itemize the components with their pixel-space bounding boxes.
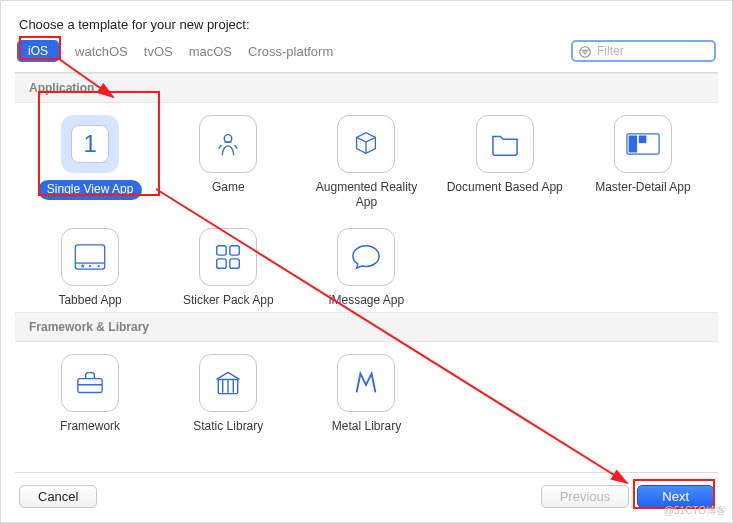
tabbed-icon: ★ (74, 244, 106, 270)
svg-point-9 (98, 265, 100, 267)
template-metal-library[interactable]: Metal Library (297, 354, 435, 434)
filter-input[interactable] (595, 43, 710, 59)
new-project-dialog: Choose a template for your new project: … (1, 1, 732, 522)
template-game[interactable]: Game (159, 115, 297, 210)
template-augmented-reality[interactable]: Augmented Reality App (297, 115, 435, 210)
metal-m-icon (351, 368, 381, 398)
svg-rect-12 (217, 259, 226, 268)
svg-rect-13 (230, 259, 239, 268)
template-label: Game (212, 180, 245, 195)
digit-one-icon: 1 (83, 130, 96, 158)
dialog-footer: Cancel Previous Next (15, 485, 718, 508)
svg-point-8 (89, 265, 91, 267)
application-grid: 1 Single View App Game Augmented Reality… (15, 103, 718, 312)
template-label: Tabbed App (58, 293, 121, 308)
section-application: Application (15, 73, 718, 103)
template-sticker-pack[interactable]: Sticker Pack App (159, 228, 297, 308)
message-bubble-icon (351, 243, 381, 271)
template-label: Metal Library (332, 419, 401, 434)
master-detail-icon (626, 133, 660, 155)
ar-cube-icon (351, 129, 381, 159)
template-label: Sticker Pack App (183, 293, 274, 308)
previous-button[interactable]: Previous (541, 485, 630, 508)
template-label: Static Library (193, 419, 263, 434)
template-scroll: Application 1 Single View App Game Augme… (15, 73, 718, 472)
platform-watchos[interactable]: watchOS (75, 44, 128, 59)
svg-point-1 (225, 135, 233, 143)
template-framework[interactable]: Framework (21, 354, 159, 434)
library-building-icon (213, 369, 243, 397)
platform-toolbar: iOS watchOS tvOS macOS Cross-platform (15, 40, 718, 73)
sticker-grid-icon (213, 242, 243, 272)
template-static-library[interactable]: Static Library (159, 354, 297, 434)
template-master-detail[interactable]: Master-Detail App (574, 115, 712, 210)
svg-rect-14 (78, 379, 102, 393)
platform-ios[interactable]: iOS (18, 41, 58, 61)
section-framework: Framework & Library (15, 312, 718, 342)
template-label: Master-Detail App (595, 180, 690, 195)
template-tabbed-app[interactable]: ★ Tabbed App (21, 228, 159, 308)
platform-cross[interactable]: Cross-platform (248, 44, 333, 59)
template-document-based[interactable]: Document Based App (436, 115, 574, 210)
svg-rect-3 (629, 136, 637, 153)
template-label: Framework (60, 419, 120, 434)
framework-grid: Framework Static Library Metal Library (15, 342, 718, 438)
svg-rect-4 (639, 136, 647, 144)
svg-rect-10 (217, 246, 226, 255)
platform-macos[interactable]: macOS (189, 44, 232, 59)
template-label: Augmented Reality App (306, 180, 426, 210)
dialog-prompt: Choose a template for your new project: (19, 17, 718, 32)
svg-rect-11 (230, 246, 239, 255)
toolbox-icon (75, 370, 105, 396)
game-icon (213, 129, 243, 159)
template-imessage-app[interactable]: iMessage App (297, 228, 435, 308)
filter-field-wrap[interactable] (571, 40, 716, 62)
platform-tvos[interactable]: tvOS (144, 44, 173, 59)
template-single-view-app[interactable]: 1 Single View App (21, 115, 159, 210)
template-label: Document Based App (447, 180, 563, 195)
svg-text:★: ★ (80, 263, 85, 269)
template-label: Single View App (38, 180, 143, 200)
template-label: iMessage App (329, 293, 404, 308)
folder-icon (490, 131, 520, 157)
cancel-button[interactable]: Cancel (19, 485, 97, 508)
platform-segmented-control: iOS (17, 40, 59, 62)
filter-icon (578, 45, 592, 59)
watermark: @51CTO博客 (664, 504, 726, 518)
footer-divider (15, 472, 718, 473)
